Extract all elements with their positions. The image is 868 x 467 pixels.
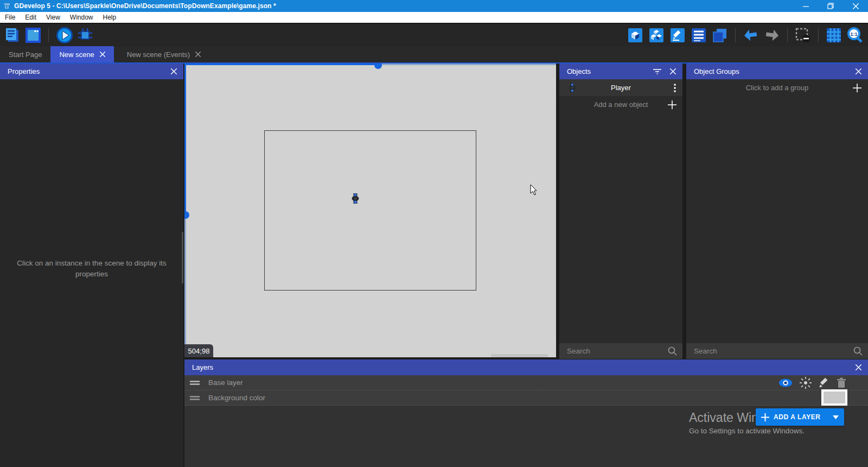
plus-icon[interactable] [668, 100, 676, 109]
layer-row-base[interactable]: Base layer [184, 375, 868, 390]
properties-panel-button[interactable] [669, 27, 686, 44]
instances-list-icon [691, 27, 707, 43]
menu-file[interactable]: File [0, 12, 20, 23]
close-icon [853, 3, 859, 9]
layers-title: Layers [192, 363, 213, 371]
canvas-vscrollbar[interactable] [184, 64, 186, 215]
toolbar-separator [48, 28, 49, 42]
tab-new-scene[interactable]: New scene [50, 46, 113, 62]
objects-panel: Objects Player Add a new object [559, 64, 682, 359]
delete-instances-button[interactable] [794, 27, 812, 44]
minimize-button[interactable] [793, 0, 818, 12]
redo-button[interactable] [763, 27, 781, 44]
instances-list-button[interactable] [690, 27, 707, 44]
close-button[interactable] [843, 0, 868, 12]
menu-help[interactable]: Help [98, 12, 122, 23]
layers-panel-button[interactable] [711, 27, 729, 44]
object-groups-panel-button[interactable] [648, 27, 665, 44]
tab-label: New scene (Events) [127, 51, 190, 59]
svg-text:1:1: 1:1 [850, 31, 857, 37]
layer-effects-icon[interactable] [800, 377, 812, 389]
plus-icon [761, 413, 769, 421]
object-groups-panel: Object Groups Click to add a group [686, 64, 868, 359]
activate-windows-subtext: Go to Settings to activate Windows. [689, 427, 805, 435]
canvas-hscroll-thumb[interactable] [374, 64, 382, 69]
plus-icon[interactable] [853, 84, 861, 92]
tab-label: Start Page [9, 51, 42, 59]
delete-layer-trash-icon[interactable] [837, 377, 846, 388]
window-title: GDevelop 5 - C:\Users\Sparkle\OneDrive\D… [14, 2, 276, 10]
objects-header: Objects [559, 64, 682, 79]
toolbar-separator [735, 28, 736, 42]
canvas-bottom-scroll-thumb[interactable] [491, 354, 548, 357]
toolbar-separator [787, 28, 788, 42]
base-layer-actions [778, 375, 846, 390]
object-row-player[interactable]: Player [559, 79, 682, 96]
zoom-1-1-icon: 1:1 [846, 27, 864, 44]
objects-icon [627, 27, 643, 43]
drag-handle-icon[interactable] [190, 396, 200, 400]
objects-search-row [559, 343, 682, 359]
properties-scrollbar[interactable] [182, 232, 183, 283]
project-manager-button[interactable] [3, 27, 21, 44]
tab-new-scene-events[interactable]: New scene (Events) [118, 46, 209, 62]
toolbar: 1:1 [0, 23, 868, 46]
layer-name: Background color [208, 394, 265, 402]
properties-title: Properties [8, 67, 40, 75]
preview-window-button[interactable] [24, 27, 42, 44]
objects-panel-button[interactable] [627, 27, 644, 44]
groups-search-row [686, 343, 868, 359]
undo-button[interactable] [742, 27, 760, 44]
canvas-vscrollbar-track[interactable] [184, 215, 186, 357]
scene-window-bounds [264, 130, 476, 291]
properties-header: Properties [0, 64, 183, 79]
add-group-row[interactable]: Click to add a group [686, 79, 868, 96]
add-object-row[interactable]: Add a new object [559, 96, 682, 113]
menu-window[interactable]: Window [65, 12, 98, 23]
tab-start-page[interactable]: Start Page [0, 46, 50, 62]
mouse-cursor-icon [530, 185, 539, 197]
tab-close-icon[interactable] [100, 52, 105, 57]
chevron-down-icon[interactable] [833, 415, 839, 419]
objects-search-input[interactable] [567, 347, 668, 355]
layers-header: Layers [184, 359, 868, 375]
layer-row-background-color[interactable]: Background color [184, 390, 868, 406]
grid-button[interactable] [825, 27, 843, 44]
close-icon[interactable] [856, 364, 861, 370]
background-color-swatch[interactable] [821, 389, 847, 406]
close-icon[interactable] [670, 68, 676, 74]
menu-edit[interactable]: Edit [20, 12, 41, 23]
title-bar: GDevelop 5 - C:\Users\Sparkle\OneDrive\D… [0, 0, 868, 12]
properties-panel: Properties Click on an instance in the s… [0, 64, 183, 467]
scene-canvas[interactable]: 504;98 [184, 64, 556, 357]
add-layer-button[interactable]: ADD A LAYER [756, 408, 844, 426]
edit-layer-pencil-icon[interactable] [819, 377, 829, 388]
redo-icon [764, 27, 780, 43]
groups-search-input[interactable] [694, 347, 853, 355]
add-group-label: Click to add a group [686, 84, 868, 92]
visibility-eye-icon[interactable] [778, 378, 793, 388]
close-icon[interactable] [171, 68, 177, 74]
debug-button[interactable] [76, 27, 94, 44]
canvas-vscroll-thumb[interactable] [184, 211, 189, 219]
debug-icon [76, 27, 94, 44]
add-object-label: Add a new object [559, 100, 682, 109]
menu-bar: File Edit View Window Help [0, 12, 868, 23]
filter-icon[interactable] [653, 68, 661, 74]
grid-icon [826, 27, 842, 43]
tab-close-icon[interactable] [195, 52, 201, 57]
object-groups-icon [648, 27, 665, 43]
project-manager-icon [4, 27, 20, 43]
canvas-hscrollbar-track[interactable] [378, 64, 556, 65]
zoom-1-1-button[interactable]: 1:1 [846, 27, 864, 44]
drag-handle-icon[interactable] [190, 381, 200, 385]
canvas-hscrollbar[interactable] [184, 64, 378, 65]
player-instance[interactable] [352, 193, 359, 204]
menu-view[interactable]: View [41, 12, 65, 23]
play-button[interactable] [55, 27, 73, 44]
search-icon [853, 346, 863, 356]
restore-button[interactable] [818, 0, 843, 12]
close-icon[interactable] [856, 68, 861, 74]
object-menu-icon[interactable] [674, 84, 676, 92]
cursor-coordinates: 504;98 [184, 344, 213, 357]
